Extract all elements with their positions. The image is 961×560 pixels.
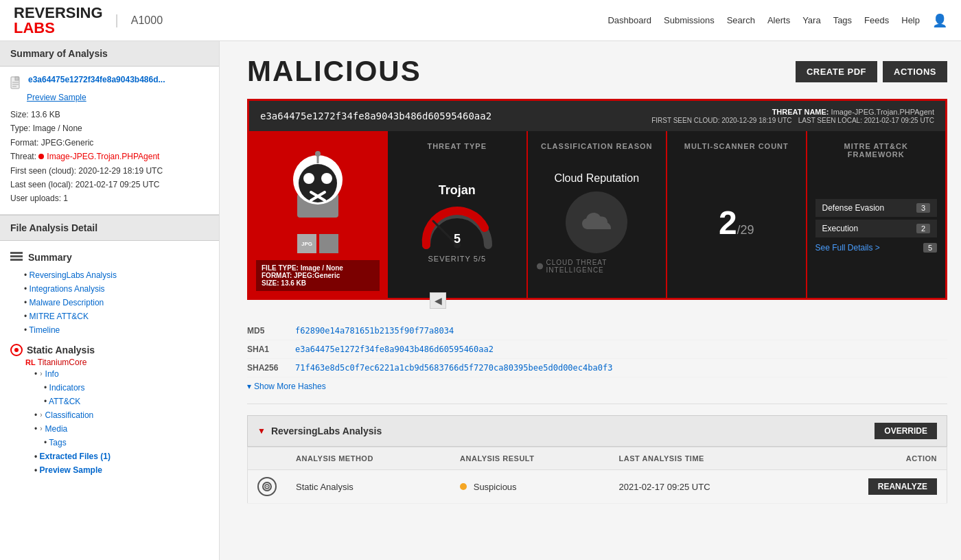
file-type: Type: Image / None: [10, 121, 209, 135]
threat-card-body: JPG FILE TYPE: Image / None FORMAT: JPEG…: [249, 131, 945, 298]
nav-timeline[interactable]: Timeline: [24, 323, 209, 337]
static-analysis-title: Static Analysis: [10, 344, 209, 356]
card-size: 13.6 KB: [281, 279, 306, 287]
table-row: Static Analysis Suspicious 2021-02-17 09…: [248, 470, 947, 504]
hash-section: MD5 f62890e14a781651b2135f90f77a8034 SHA…: [247, 314, 947, 404]
static-analysis-group: Static Analysis RL TitaniumCore › Info I…: [0, 340, 219, 482]
chevron-down-icon: ▾: [247, 382, 251, 391]
threat-name-label: THREAT NAME:: [772, 108, 829, 116]
layout: Summary of Analysis e3a64475e1272f34fe8a…: [0, 41, 961, 560]
nav-reversing-labs[interactable]: ReversingLabs Analysis: [24, 268, 209, 282]
row-time: 2021-02-17 09:25 UTC: [610, 470, 797, 504]
header-buttons: CREATE PDF ACTIONS: [796, 61, 947, 82]
static-link-extracted-files[interactable]: Extracted Files (1): [34, 450, 198, 463]
app-version: A1000: [131, 14, 163, 27]
static-link-classification[interactable]: › Classification: [34, 408, 198, 422]
mitre-label-1: Execution: [822, 224, 859, 233]
mitre-item-1[interactable]: Execution 2: [815, 220, 938, 237]
cloud-circle: [566, 191, 627, 253]
nav-tags[interactable]: Tags: [833, 15, 852, 25]
static-link-preview-sample[interactable]: Preview Sample: [34, 463, 198, 477]
sidebar-navigation: Summary ReversingLabs Analysis Integrati…: [0, 241, 219, 488]
file-icon: [10, 76, 23, 90]
first-seen-cloud-label: FIRST SEEN CLOUD:: [651, 117, 721, 124]
card-format: JPEG:Generic: [294, 272, 340, 279]
threat-hash: e3a64475e1272f34fe8a9043b486d60595460aa2: [260, 110, 491, 121]
last-seen-local-label: LAST SEEN LOCAL:: [798, 117, 864, 124]
reanalyze-button[interactable]: REANALYZE: [868, 478, 937, 495]
override-button[interactable]: OVERRIDE: [875, 423, 937, 439]
cloud-icon: [579, 210, 614, 235]
threat-type-content: Trojan: [419, 159, 495, 287]
static-link-info[interactable]: › Info: [34, 367, 198, 381]
sha256-value[interactable]: 71f463e8d5c0f7ec6221a1cb9d5683766d5f7270…: [295, 363, 612, 373]
svg-text:5: 5: [454, 232, 461, 246]
mitre-item-0[interactable]: Defense Evasion 3: [815, 199, 938, 217]
table-header-row: ANALYSIS METHOD ANALYSIS RESULT LAST ANA…: [248, 447, 947, 470]
mitre-col: MITRE ATT&CK FRAMEWORK Defense Evasion 3…: [806, 131, 946, 298]
card-file-type: Image / None: [301, 264, 343, 272]
nav-search[interactable]: Search: [727, 15, 755, 25]
threat-type-title: THREAT TYPE: [427, 142, 487, 150]
preview-sample-link[interactable]: Preview Sample: [27, 93, 209, 102]
md5-row: MD5 f62890e14a781651b2135f90f77a8034: [247, 322, 947, 340]
sha256-label: SHA256: [247, 363, 295, 373]
nav-alerts[interactable]: Alerts: [767, 15, 790, 25]
sha1-value[interactable]: e3a64475e1272f34fe8a9043b486d60595460aa2: [295, 345, 494, 354]
svg-rect-5: [10, 252, 23, 254]
nav-submissions[interactable]: Submissions: [664, 15, 715, 25]
scanner-denominator: /29: [737, 223, 754, 237]
summary-nav-list: ReversingLabs Analysis Integrations Anal…: [0, 268, 219, 340]
chevron-right-icon-2: ›: [40, 411, 42, 419]
show-more-hashes[interactable]: ▾ Show More Hashes: [247, 377, 947, 395]
nav-feeds[interactable]: Feeds: [864, 15, 889, 25]
file-info-area: e3a64475e1272f34fe8a9043b486d... Preview…: [0, 67, 219, 215]
mitre-badge-0: 3: [916, 203, 930, 213]
nav-integrations[interactable]: Integrations Analysis: [24, 282, 209, 296]
jpg-thumbnail: JPG: [297, 234, 316, 253]
nav-malware-description[interactable]: Malware Description: [24, 296, 209, 310]
see-full-details-link[interactable]: See Full Details > 5: [815, 240, 938, 255]
chevron-right-icon: ›: [40, 370, 42, 377]
sidebar: Summary of Analysis e3a64475e1272f34fe8a…: [0, 41, 220, 560]
threat-meta-right: THREAT NAME: Image-JPEG.Trojan.PHPAgent …: [651, 108, 934, 124]
summary-title: Summary: [28, 252, 72, 263]
static-link-attck[interactable]: ATT&CK: [34, 395, 198, 408]
user-icon[interactable]: 👤: [932, 13, 947, 28]
svg-point-18: [315, 151, 321, 156]
sidebar-collapse-btn[interactable]: ◀: [430, 292, 446, 309]
nav-mitre-attck[interactable]: MITRE ATT&CK: [24, 310, 209, 323]
titaniumcore-link[interactable]: RL TitaniumCore: [25, 358, 209, 367]
threat-card: e3a64475e1272f34fe8a9043b486d60595460aa2…: [247, 99, 947, 300]
analysis-section-title: ▼ ReversingLabs Analysis: [257, 425, 382, 436]
severity-gauge: 5: [419, 200, 495, 252]
static-link-tags[interactable]: Tags: [34, 436, 198, 450]
nav-yara[interactable]: Yara: [802, 15, 821, 25]
create-pdf-button[interactable]: CREATE PDF: [796, 61, 877, 82]
static-link-indicators[interactable]: Indicators: [34, 381, 198, 395]
file-type-info: FILE TYPE: Image / None FORMAT: JPEG:Gen…: [256, 260, 380, 291]
file-user-uploads: User uploads: 1: [10, 191, 209, 205]
analysis-section-header: ▼ ReversingLabs Analysis OVERRIDE: [247, 415, 947, 447]
nav-help[interactable]: Help: [901, 15, 920, 25]
malware-visual-icon: [273, 142, 362, 231]
static-link-media[interactable]: › Media: [34, 422, 198, 436]
see-full-badge: 5: [923, 243, 937, 253]
md5-value[interactable]: f62890e14a781651b2135f90f77a8034: [295, 326, 454, 336]
scanner-count-display: 2/29: [719, 204, 754, 242]
sha1-row: SHA1 e3a64475e1272f34fe8a9043b486d605954…: [247, 340, 947, 359]
file-hash-display: e3a64475e1272f34fe8a9043b486d...: [10, 75, 209, 90]
threat-detail-cols: THREAT TYPE Trojan: [386, 131, 945, 298]
file-first-seen: First seen (cloud): 2020-12-29 18:19 UTC: [10, 164, 209, 178]
collapse-triangle-icon[interactable]: ▼: [257, 426, 266, 436]
threat-type-col: THREAT TYPE Trojan: [386, 131, 526, 298]
verdict-title: MALICIOUS: [247, 55, 421, 88]
status-dot-suspicious: [460, 483, 467, 490]
analysis-table-head: ANALYSIS METHOD ANALYSIS RESULT LAST ANA…: [248, 447, 947, 470]
actions-button[interactable]: ACTIONS: [883, 61, 947, 82]
nav-dashboard[interactable]: Dashboard: [607, 15, 651, 25]
row-icon-cell: [248, 470, 287, 504]
logo-area: REVERSING LABS | A1000: [14, 5, 163, 36]
threat-image-col: JPG FILE TYPE: Image / None FORMAT: JPEG…: [249, 131, 386, 298]
summary-group: Summary: [0, 246, 219, 268]
